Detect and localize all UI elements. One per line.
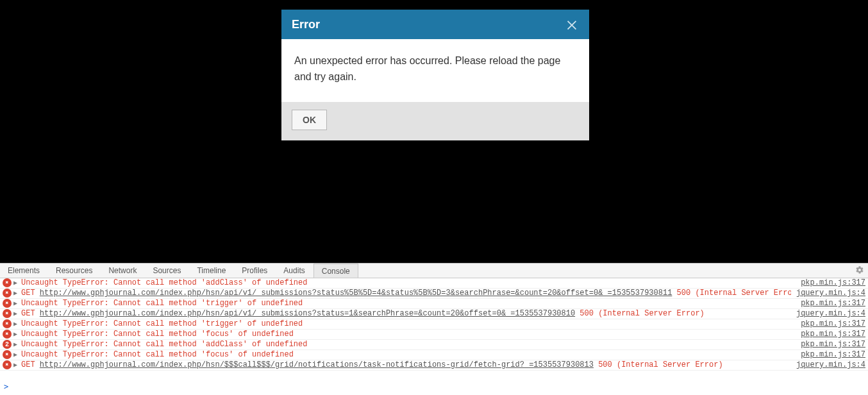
- console-message: GET http://www.gphjournal.com/index.php/…: [21, 289, 791, 298]
- console-row: ▶Uncaught TypeError: Cannot call method …: [0, 330, 868, 340]
- console-message: Uncaught TypeError: Cannot call method '…: [21, 319, 796, 329]
- source-link[interactable]: jquery.min.js:4: [791, 309, 865, 319]
- expand-icon[interactable]: ▶: [13, 319, 20, 329]
- console-row: ▶GET http://www.gphjournal.com/index.php…: [0, 309, 868, 319]
- expand-icon[interactable]: ▶: [13, 340, 20, 349]
- devtools-panel: Elements Resources Network Sources Timel…: [0, 263, 868, 395]
- request-url-link[interactable]: http://www.gphjournal.com/index.php/hsn/…: [40, 360, 594, 369]
- expand-icon[interactable]: ▶: [13, 289, 20, 298]
- source-link[interactable]: pkp.min.js:317: [796, 340, 865, 349]
- console-message: GET http://www.gphjournal.com/index.php/…: [21, 360, 791, 370]
- expand-icon[interactable]: ▶: [13, 350, 20, 360]
- console-message: Uncaught TypeError: Cannot call method '…: [21, 340, 796, 349]
- dialog-title: Error: [292, 18, 320, 31]
- error-icon: [3, 330, 12, 339]
- dialog-message: An unexpected error has occurred. Please…: [281, 39, 589, 102]
- expand-icon[interactable]: ▶: [13, 278, 20, 288]
- gear-icon[interactable]: [855, 265, 864, 276]
- request-url-link[interactable]: http://www.gphjournal.com/index.php/hsn/…: [40, 309, 575, 318]
- console-row: ▶Uncaught TypeError: Cannot call method …: [0, 350, 868, 360]
- console-body[interactable]: ▶Uncaught TypeError: Cannot call method …: [0, 278, 868, 381]
- source-link[interactable]: jquery.min.js:4: [791, 360, 865, 370]
- console-message: Uncaught TypeError: Cannot call method '…: [21, 330, 796, 339]
- console-row: ▶Uncaught TypeError: Cannot call method …: [0, 319, 868, 330]
- page-backdrop: Error An unexpected error has occurred. …: [0, 0, 868, 263]
- error-icon: [3, 360, 12, 369]
- source-link[interactable]: pkp.min.js:317: [796, 330, 865, 339]
- tab-console[interactable]: Console: [313, 264, 358, 278]
- source-link[interactable]: pkp.min.js:317: [796, 278, 865, 288]
- console-row: ▶GET http://www.gphjournal.com/index.php…: [0, 289, 868, 299]
- source-link[interactable]: jquery.min.js:4: [791, 289, 865, 298]
- source-link[interactable]: pkp.min.js:317: [796, 319, 865, 329]
- console-message: GET http://www.gphjournal.com/index.php/…: [21, 309, 791, 319]
- error-icon: [3, 319, 12, 328]
- error-dialog: Error An unexpected error has occurred. …: [281, 10, 589, 140]
- dialog-header: Error: [281, 10, 589, 39]
- error-count-badge: 2: [3, 340, 12, 349]
- close-icon[interactable]: [565, 17, 579, 31]
- expand-icon[interactable]: ▶: [13, 309, 20, 319]
- console-prompt[interactable]: >: [0, 381, 868, 395]
- tab-sources[interactable]: Sources: [145, 264, 189, 278]
- source-link[interactable]: pkp.min.js:317: [796, 350, 865, 360]
- error-icon: [3, 278, 12, 287]
- console-message: Uncaught TypeError: Cannot call method '…: [21, 278, 796, 288]
- tab-timeline[interactable]: Timeline: [189, 264, 234, 278]
- console-row: 2▶Uncaught TypeError: Cannot call method…: [0, 340, 868, 350]
- console-message: Uncaught TypeError: Cannot call method '…: [21, 299, 796, 308]
- error-icon: [3, 299, 12, 308]
- ok-button[interactable]: OK: [292, 110, 327, 130]
- error-icon: [3, 309, 12, 318]
- request-url-link[interactable]: http://www.gphjournal.com/index.php/hsn/…: [40, 289, 672, 298]
- tab-elements[interactable]: Elements: [0, 264, 48, 278]
- expand-icon[interactable]: ▶: [13, 360, 20, 370]
- tab-profiles[interactable]: Profiles: [234, 264, 276, 278]
- expand-icon[interactable]: ▶: [13, 330, 20, 339]
- console-row: ▶GET http://www.gphjournal.com/index.php…: [0, 360, 868, 371]
- expand-icon[interactable]: ▶: [13, 299, 20, 308]
- source-link[interactable]: pkp.min.js:317: [796, 299, 865, 308]
- console-row: ▶Uncaught TypeError: Cannot call method …: [0, 299, 868, 309]
- tab-network[interactable]: Network: [101, 264, 145, 278]
- dialog-footer: OK: [281, 102, 589, 140]
- tab-audits[interactable]: Audits: [276, 264, 313, 278]
- error-icon: [3, 289, 12, 298]
- error-icon: [3, 350, 12, 359]
- tab-resources[interactable]: Resources: [48, 264, 101, 278]
- console-row: ▶Uncaught TypeError: Cannot call method …: [0, 278, 868, 289]
- console-message: Uncaught TypeError: Cannot call method '…: [21, 350, 796, 360]
- devtools-tabbar: Elements Resources Network Sources Timel…: [0, 264, 868, 278]
